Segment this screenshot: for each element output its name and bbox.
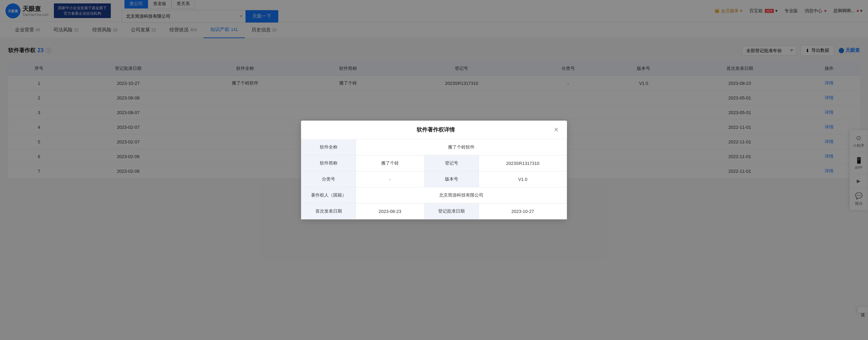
value-version: V1.0: [479, 171, 567, 186]
label-short-name: 软件简称: [301, 155, 356, 171]
value-reg-no: 2023SR1317310: [479, 155, 567, 171]
value-full-name: 搬了个砖软件: [356, 139, 567, 155]
modal-header: 软件著作权详情 ✕: [301, 121, 567, 139]
label-category: 分类号: [301, 171, 356, 186]
modal-body: 软件全称 搬了个砖软件 软件简称 搬了个砖 登记号 2023SR1317310 …: [301, 139, 567, 185]
label-reg-no: 登记号: [424, 155, 479, 171]
label-version: 版本号: [424, 171, 479, 186]
modal-overlay[interactable]: 软件著作权详情 ✕ 软件全称 搬了个砖软件 软件简称 搬了个砖 登记号 2023…: [0, 0, 868, 185]
label-full-name: 软件全称: [301, 139, 356, 155]
modal: 软件著作权详情 ✕ 软件全称 搬了个砖软件 软件简称 搬了个砖 登记号 2023…: [301, 121, 567, 185]
modal-row-category: 分类号 - 版本号 V1.0: [301, 171, 567, 186]
modal-row-short-name: 软件简称 搬了个砖 登记号 2023SR1317310: [301, 155, 567, 171]
close-icon[interactable]: ✕: [554, 126, 559, 134]
value-category: -: [356, 171, 424, 186]
modal-title: 软件著作权详情: [317, 126, 554, 134]
modal-row-full-name: 软件全称 搬了个砖软件: [301, 139, 567, 155]
value-short-name: 搬了个砖: [356, 155, 424, 171]
